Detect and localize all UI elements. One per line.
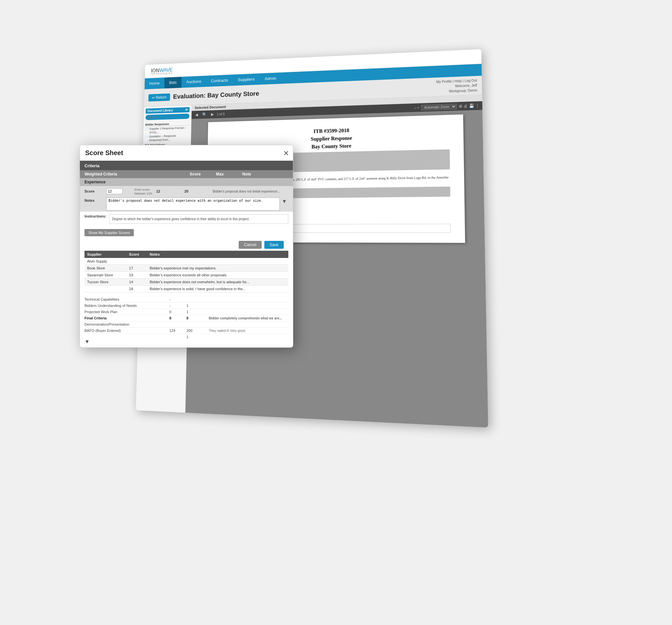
col-notes-header: Notes: [147, 251, 288, 258]
criteria-max: 200: [186, 329, 206, 332]
logo-tech: technologies: [151, 71, 173, 75]
criteria-max: 8: [186, 316, 206, 320]
score-input[interactable]: [106, 188, 123, 194]
supplier-score: 19: [126, 272, 147, 279]
supplier-notes: [147, 258, 288, 265]
score-max: 20: [185, 189, 211, 193]
table-row: Book Store 17 Bidder's experience met my…: [85, 265, 288, 272]
supplier-name: Alvin Supply: [85, 258, 126, 265]
criteria-max: 1: [186, 304, 206, 307]
notes-row: Notes Bidder's proposal does not detail …: [80, 197, 293, 211]
pdf-zoom-in-btn[interactable]: 🔍: [201, 112, 208, 118]
supplier-score: 18: [126, 285, 147, 293]
nav-admin[interactable]: Admin: [260, 73, 282, 85]
criteria-item-bafo: BAFO (Buyer Entered) 124 200 They nailed…: [85, 328, 288, 334]
supplier-name: Book Store: [85, 265, 126, 272]
criteria-score: -: [167, 297, 186, 301]
supplier-name: [85, 285, 126, 293]
score-sheet-window: Score Sheet ✕ Criteria Weighted Criteria…: [79, 145, 293, 348]
col-score-header: Score: [126, 251, 147, 258]
criteria-max: 1: [186, 310, 206, 314]
criteria-label: BAFO (Buyer Entered): [85, 329, 167, 332]
criteria-header: Criteria: [80, 161, 293, 170]
criteria-max: 1: [186, 335, 206, 339]
action-buttons: Cancel Save: [85, 239, 288, 251]
close-button[interactable]: ✕: [283, 149, 289, 158]
score-value: 12: [156, 189, 183, 193]
score-input-row: Score Enter score between 1/20 12 20 Bid…: [80, 186, 293, 197]
nav-bids[interactable]: Bids: [164, 77, 182, 89]
criteria-label: Bidders Understanding of Needs: [85, 304, 167, 307]
notes-textarea[interactable]: Bidder's proposal does not detail experi…: [106, 198, 280, 210]
instructions-label: Instructions:: [85, 214, 106, 224]
col-weighted-criteria: Weighted Criteria: [85, 172, 190, 176]
criteria-item-workplan: Projected Work Plan 0 1: [85, 309, 288, 315]
col-max: Max: [216, 172, 242, 176]
table-row: 18 Bidder's experience is solid. I have …: [85, 285, 288, 293]
supplier-score: 17: [126, 265, 147, 272]
criteria-score: -: [167, 304, 186, 307]
doc-library-title: Document Library ⟳: [146, 107, 190, 114]
nav-home[interactable]: Home: [145, 78, 165, 90]
table-row: Alvin Supply: [85, 258, 288, 265]
criteria-note: They nailed it! Very good.: [206, 329, 288, 332]
table-row: Savannah Store 19 Bidder's experience ex…: [85, 272, 288, 279]
pdf-page-info: 1 of 3: [217, 112, 224, 116]
logo: IONWAVE technologies: [151, 67, 173, 76]
score-sheet-title: Score Sheet: [80, 145, 293, 161]
criteria-item-final: Final Criteria 8 8 Bidder completely com…: [85, 315, 288, 321]
nav-suppliers[interactable]: Suppliers: [233, 74, 260, 86]
weighted-criteria-row: Weighted Criteria Score Max Note: [80, 170, 293, 178]
col-score: Score: [190, 172, 216, 176]
criteria-item-demo: Demonstration/Presentation: [85, 321, 288, 328]
supplier-notes: Bidder's experience does not overwhelm, …: [147, 279, 288, 285]
nav-contracts[interactable]: Contracts: [206, 75, 233, 87]
expand-icon[interactable]: ▼: [85, 339, 167, 345]
criteria-label: Technical Capabilities: [85, 297, 167, 301]
return-button[interactable]: ↩ Return: [148, 93, 170, 102]
criteria-score: 8: [167, 316, 186, 320]
col-supplier: Supplier: [85, 251, 126, 258]
show-supplier-scores-button[interactable]: Show My Supplier Scores: [85, 229, 134, 236]
doc-search-input[interactable]: [145, 114, 189, 120]
supplier-table: Supplier Score Notes Alvin Supply Book S…: [85, 251, 288, 293]
criteria-item-last: 1 ▼: [85, 334, 288, 346]
user-info: My Profile | Help | Log Out Welcome, Jef…: [436, 78, 477, 94]
instructions-row: Instructions: Degree to which the bidder…: [80, 211, 293, 226]
pdf-zoom-select[interactable]: Automatic Zoom: [421, 103, 457, 110]
criteria-score: 124: [167, 329, 186, 332]
criteria-label: Projected Work Plan: [85, 310, 167, 314]
notes-label: Notes: [85, 198, 104, 202]
supplier-name: Tucson Store: [85, 279, 126, 285]
supplier-notes: Bidder's experience is solid. I have goo…: [147, 285, 288, 293]
supplier-notes: Bidder's experience exceeds all other pr…: [147, 272, 288, 279]
criteria-item-understanding: Bidders Understanding of Needs - 1: [85, 303, 288, 309]
criteria-score: 0: [167, 310, 186, 314]
page-title: Evaluation: Bay County Store: [173, 90, 259, 100]
notes-dropdown-icon[interactable]: ▼: [282, 198, 288, 204]
supplier-name: Savannah Store: [85, 272, 126, 279]
nav-auctions[interactable]: Auctions: [182, 76, 207, 88]
criteria-label: Final Criteria: [85, 316, 167, 320]
note-preview: Bidder's proposal does not detail experi…: [213, 190, 288, 193]
doc-item-1[interactable]: 📄 Supplier 1 Response Format – STAG...: [145, 126, 189, 135]
instructions-box: Degree to which the bidder's experience …: [109, 214, 288, 224]
cancel-button[interactable]: Cancel: [239, 241, 261, 249]
pdf-next-btn[interactable]: ▶: [210, 111, 215, 117]
supplier-notes: Bidder's experience met my expectations.: [147, 265, 288, 272]
experience-row: Experience: [80, 178, 293, 186]
table-row: Tucson Store 14 Bidder's experience does…: [85, 279, 288, 285]
criteria-label: Demonstration/Presentation: [85, 322, 167, 326]
pdf-prev-btn[interactable]: ◀: [194, 112, 199, 118]
other-criteria-section: Technical Capabilities - Bidders Underst…: [80, 295, 293, 347]
save-button[interactable]: Save: [264, 241, 284, 249]
supplier-table-section: Cancel Save Supplier Score Notes Alvin S…: [80, 239, 293, 295]
criteria-item-technical: Technical Capabilities -: [85, 296, 288, 303]
score-label: Score: [85, 189, 104, 193]
doc-item-2[interactable]: 📄 Quotation – Response (response) from..…: [145, 134, 189, 142]
workgroup-info: Workgroup: Demo: [437, 88, 477, 94]
supplier-score: [126, 258, 147, 265]
col-note: Note: [242, 172, 288, 176]
supplier-score: 14: [126, 279, 147, 285]
score-hint: Enter score between 1/20: [135, 188, 152, 195]
